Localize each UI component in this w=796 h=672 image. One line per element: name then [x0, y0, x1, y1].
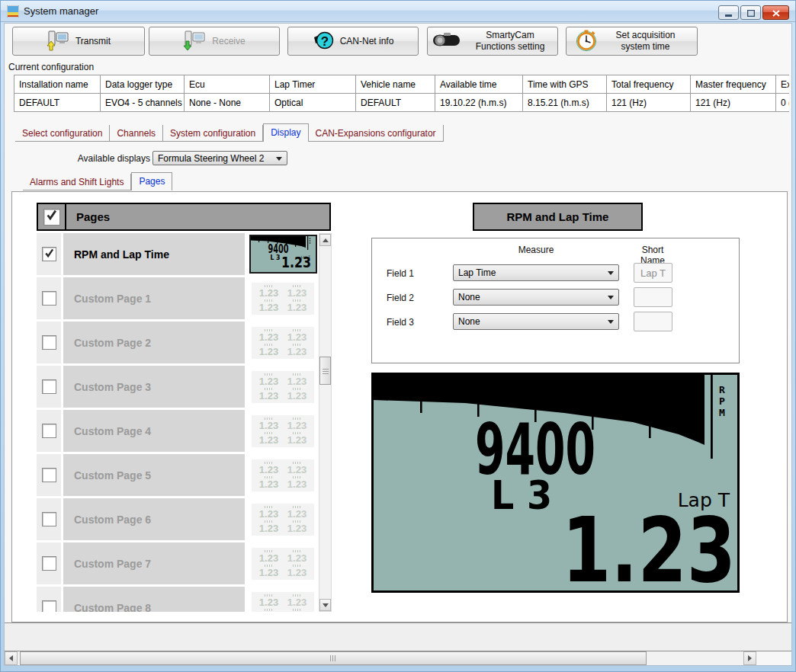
list-item[interactable]: Custom Page 6 1.23 1.23 1.23 1.23	[37, 498, 319, 540]
field1-measure-value: Lap Time	[458, 267, 496, 278]
list-item[interactable]: Custom Page 3 1.23 1.23 1.23 1.23	[37, 366, 319, 408]
tab-system-configuration[interactable]: System configuration	[163, 125, 263, 142]
scrollbar-thumb[interactable]	[319, 357, 331, 385]
field3-measure-dropdown[interactable]: None	[453, 313, 619, 330]
page-thumbnail: 1.23 1.23 1.23 1.23	[252, 504, 314, 536]
table-row: DEFAULT EVO4 - 5 channels None - None Op…	[14, 94, 789, 112]
pages-list-scrollbar[interactable]	[319, 233, 332, 612]
checkmark-icon	[44, 248, 54, 261]
page-checkbox[interactable]	[42, 556, 56, 571]
transmit-button[interactable]: Transmit	[12, 27, 145, 56]
field3-label: Field 3	[387, 317, 414, 328]
page-checkbox[interactable]	[42, 468, 56, 482]
page-editor-header: RPM and Lap Time	[473, 203, 643, 231]
lap-time-value: 1.23	[562, 498, 736, 590]
list-item[interactable]: Custom Page 1 1.23 1.23 1.23 1.23	[37, 277, 319, 319]
page-thumbnail: 1.23 1.23 1.23 1.23	[252, 327, 314, 359]
table-cell: DEFAULT	[14, 94, 101, 112]
field1-short-name-input[interactable]	[634, 263, 672, 283]
tab-select-configuration[interactable]: Select configuration	[15, 125, 110, 142]
scrollbar-thumb[interactable]	[20, 651, 647, 665]
smartycam-settings-button[interactable]: SmartyCam Functions setting	[427, 27, 558, 56]
column-header: Installation name	[14, 75, 101, 94]
pages-master-checkbox[interactable]	[43, 209, 60, 226]
field1-measure-dropdown[interactable]: Lap Time	[453, 264, 619, 281]
field2-short-name-input[interactable]	[634, 287, 672, 307]
page-editor-title: RPM and Lap Time	[507, 210, 609, 223]
page-checkbox[interactable]	[42, 291, 56, 306]
column-header: Ecu	[185, 75, 270, 94]
page-checkbox[interactable]	[42, 379, 56, 394]
list-item[interactable]: Custom Page 7 1.23 1.23 1.23 1.23	[37, 542, 319, 584]
scroll-down-button[interactable]	[319, 599, 331, 611]
maximize-button[interactable]	[740, 5, 761, 20]
list-item[interactable]: Custom Page 4 1.23 1.23 1.23 1.23	[37, 410, 319, 452]
list-item[interactable]: Custom Page 2 1.23 1.23 1.23 1.23	[37, 322, 319, 363]
set-time-button[interactable]: Set acquisition system time	[566, 27, 698, 56]
page-name: Custom Page 2	[63, 322, 245, 363]
page-checkbox[interactable]	[42, 512, 56, 526]
titlebar[interactable]: System manager	[1, 1, 795, 22]
scroll-right-button[interactable]	[743, 651, 756, 665]
camera-icon	[432, 32, 461, 51]
tab-alarms-shift-lights[interactable]: Alarms and Shift Lights	[23, 174, 131, 190]
page-name: Custom Page 5	[63, 454, 245, 496]
column-header: Exp	[776, 75, 789, 94]
page-checkbox[interactable]	[42, 424, 56, 438]
list-item[interactable]: Custom Page 8 1.23 1.23 1.23 1.23	[37, 587, 319, 612]
pages-list: RPM and Lap Time 9400 L 3 Lap T	[37, 233, 319, 612]
list-item[interactable]: Custom Page 5 1.23 1.23 1.23 1.23	[37, 454, 319, 496]
grip-icon	[323, 368, 329, 374]
column-header: Time with GPS	[523, 75, 607, 94]
list-item[interactable]: RPM and Lap Time 9400 L 3 Lap T	[37, 233, 319, 275]
pages-header-title: Pages	[66, 210, 110, 223]
column-header: Lap Timer	[270, 75, 356, 94]
close-icon	[772, 6, 780, 20]
can-net-label: CAN-Net info	[340, 36, 394, 46]
client-area: Transmit Receive ? CAN-Net info SmartyCa…	[4, 23, 792, 666]
table-cell: None - None	[185, 94, 270, 112]
horizontal-scrollbar[interactable]	[5, 651, 756, 665]
column-header: Vehicle name	[356, 75, 435, 94]
chevron-down-icon	[276, 157, 282, 161]
can-net-info-button[interactable]: ? CAN-Net info	[287, 27, 419, 56]
field2-measure-value: None	[458, 292, 480, 302]
page-thumbnail: 1.23 1.23 1.23 1.23	[252, 371, 314, 403]
page-thumbnail: 1.23 1.23 1.23 1.23	[252, 283, 314, 315]
receive-button[interactable]: Receive	[149, 27, 280, 56]
tab-can-expansions[interactable]: CAN-Expansions configurator	[309, 125, 444, 142]
tab-display[interactable]: Display	[263, 123, 308, 142]
tab-channels[interactable]: Channels	[110, 125, 163, 142]
table-cell: 121 (Hz)	[691, 94, 776, 112]
field3-short-name-input[interactable]	[634, 312, 672, 331]
svg-text:M: M	[719, 407, 725, 418]
display-preview: R P M 9400 L 3 Lap T 1.23	[371, 373, 740, 593]
scroll-left-button[interactable]	[5, 651, 18, 665]
scroll-up-button[interactable]	[319, 234, 331, 246]
page-thumbnail: 1.23 1.23 1.23 1.23	[252, 548, 314, 580]
receive-label: Receive	[212, 36, 245, 46]
checkmark-icon	[46, 210, 57, 224]
column-header: Available time	[435, 75, 523, 94]
available-displays-dropdown[interactable]: Formula Steering Wheel 2	[152, 151, 287, 165]
table-cell: EVO4 - 5 channels	[101, 94, 185, 112]
page-thumbnail: 1.23 1.23 1.23 1.23	[252, 459, 314, 491]
tab-pages[interactable]: Pages	[131, 172, 172, 190]
minimize-button[interactable]	[718, 5, 739, 20]
page-thumbnail: 1.23 1.23 1.23 1.23	[252, 592, 314, 613]
page-checkbox[interactable]	[42, 600, 56, 612]
svg-text:?: ?	[320, 34, 328, 48]
arrow-down-icon	[323, 603, 329, 607]
page-checkbox[interactable]	[42, 247, 56, 261]
close-button[interactable]	[762, 5, 789, 20]
svg-text:1.23: 1.23	[281, 254, 311, 269]
minimize-icon	[725, 6, 732, 20]
page-name: Custom Page 3	[63, 366, 245, 408]
page-name: Custom Page 1	[63, 277, 245, 319]
field2-measure-dropdown[interactable]: None	[453, 289, 619, 306]
page-checkbox[interactable]	[42, 335, 56, 350]
measure-column-label: Measure	[453, 245, 619, 255]
table-cell: 19.10.22 (h.m.s)	[435, 94, 523, 112]
table-cell: DEFAULT	[356, 94, 435, 112]
transmit-icon	[47, 30, 69, 53]
